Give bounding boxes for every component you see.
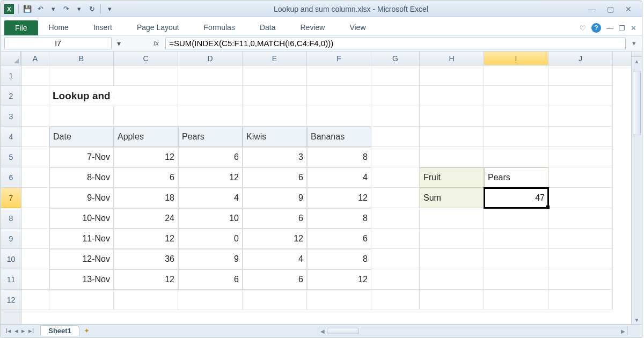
row-header[interactable]: 5 bbox=[1, 147, 21, 167]
wb-close-button[interactable]: ✕ bbox=[631, 24, 636, 32]
tab-formulas[interactable]: Formulas bbox=[204, 20, 235, 35]
fx-icon[interactable]: fx bbox=[153, 39, 159, 47]
row-header[interactable]: 2 bbox=[1, 86, 21, 106]
scroll-track[interactable] bbox=[632, 65, 642, 315]
formula-input[interactable]: =SUM(INDEX(C5:F11,0,MATCH(I6,C4:F4,0))) bbox=[165, 38, 626, 49]
col-header[interactable]: E bbox=[243, 52, 307, 65]
redo-drop-icon[interactable]: ▾ bbox=[73, 3, 85, 15]
table-cell[interactable]: 12 bbox=[307, 269, 371, 290]
table-cell[interactable]: 6 bbox=[243, 167, 307, 188]
row-header[interactable]: 3 bbox=[1, 106, 21, 127]
close-button[interactable]: ✕ bbox=[623, 4, 634, 14]
help-icon[interactable]: ? bbox=[591, 23, 601, 33]
table-cell[interactable]: 36 bbox=[114, 249, 178, 269]
row-header[interactable]: 9 bbox=[1, 229, 21, 249]
table-cell[interactable]: 6 bbox=[307, 229, 371, 249]
scroll-right-icon[interactable]: ▶ bbox=[619, 328, 627, 334]
prev-sheet-icon[interactable]: ◂ bbox=[13, 327, 19, 335]
table-cell[interactable]: 6 bbox=[114, 167, 178, 188]
table-cell[interactable]: 8 bbox=[307, 249, 371, 269]
table-cell[interactable]: 6 bbox=[178, 147, 243, 167]
active-cell[interactable]: 47 bbox=[484, 188, 548, 208]
col-header[interactable]: G bbox=[371, 52, 420, 65]
table-cell[interactable]: 13-Nov bbox=[49, 269, 114, 290]
table-cell[interactable]: 6 bbox=[243, 208, 307, 229]
table-cell[interactable]: 9-Nov bbox=[49, 188, 114, 208]
table-header[interactable]: Date bbox=[49, 127, 114, 147]
table-cell[interactable]: 4 bbox=[178, 188, 243, 208]
table-cell[interactable]: 8 bbox=[307, 147, 371, 167]
minimize-ribbon-icon[interactable]: ♡ bbox=[580, 24, 586, 32]
table-header[interactable]: Bananas bbox=[307, 127, 371, 147]
table-cell[interactable]: 6 bbox=[243, 269, 307, 290]
vertical-scrollbar[interactable]: ▲ ▼ bbox=[631, 52, 642, 324]
split-handle[interactable] bbox=[632, 52, 642, 57]
redo-button[interactable]: ↷ bbox=[60, 3, 72, 15]
expand-formula-icon[interactable]: ▾ bbox=[629, 39, 639, 47]
col-header[interactable]: H bbox=[420, 52, 484, 65]
wb-restore-button[interactable]: ❐ bbox=[619, 24, 625, 32]
table-cell[interactable]: 24 bbox=[114, 208, 178, 229]
table-cell[interactable]: 12 bbox=[307, 188, 371, 208]
table-cell[interactable]: 7-Nov bbox=[49, 147, 114, 167]
tab-page-layout[interactable]: Page Layout bbox=[137, 20, 179, 35]
col-header[interactable]: J bbox=[548, 52, 613, 65]
row-header[interactable]: 4 bbox=[1, 127, 21, 147]
new-sheet-icon[interactable]: ✦ bbox=[84, 327, 90, 335]
row-header[interactable]: 7 bbox=[1, 188, 21, 208]
wb-minimize-button[interactable]: ― bbox=[606, 24, 613, 32]
horizontal-scrollbar[interactable]: ◀ ▶ bbox=[318, 327, 628, 335]
table-cell[interactable]: 0 bbox=[178, 229, 243, 249]
table-header[interactable]: Kiwis bbox=[243, 127, 307, 147]
table-cell[interactable]: 4 bbox=[307, 167, 371, 188]
scroll-down-icon[interactable]: ▼ bbox=[632, 315, 642, 324]
sheet-nav[interactable]: I◂ ◂ ▸ ▸I bbox=[4, 327, 35, 335]
table-cell[interactable]: 4 bbox=[243, 249, 307, 269]
table-cell[interactable]: 12 bbox=[114, 147, 178, 167]
undo-button[interactable]: ↶ bbox=[34, 3, 46, 15]
fruit-value[interactable]: Pears bbox=[484, 167, 548, 188]
col-header[interactable]: I bbox=[484, 52, 548, 65]
row-header[interactable]: 6 bbox=[1, 167, 21, 188]
col-header[interactable]: D bbox=[178, 52, 243, 65]
name-box-drop-icon[interactable]: ▾ bbox=[117, 39, 121, 48]
row-header[interactable]: 8 bbox=[1, 208, 21, 229]
table-cell[interactable]: 10 bbox=[178, 208, 243, 229]
sum-label[interactable]: Sum bbox=[420, 188, 484, 208]
table-cell[interactable]: 3 bbox=[243, 147, 307, 167]
sync-button[interactable]: ↻ bbox=[86, 3, 98, 15]
tab-data[interactable]: Data bbox=[260, 20, 276, 35]
tab-view[interactable]: View bbox=[349, 20, 365, 35]
col-header[interactable]: A bbox=[21, 52, 49, 65]
row-header[interactable]: 12 bbox=[1, 290, 21, 310]
sheet-tab[interactable]: Sheet1 bbox=[40, 325, 79, 336]
row-header[interactable]: 11 bbox=[1, 269, 21, 290]
table-cell[interactable]: 9 bbox=[243, 188, 307, 208]
fruit-label[interactable]: Fruit bbox=[420, 167, 484, 188]
table-cell[interactable]: 6 bbox=[178, 269, 243, 290]
tab-home[interactable]: Home bbox=[49, 20, 69, 35]
table-cell[interactable]: 8 bbox=[307, 208, 371, 229]
scroll-up-icon[interactable]: ▲ bbox=[632, 57, 642, 65]
col-header[interactable]: B bbox=[49, 52, 114, 65]
undo-drop-icon[interactable]: ▾ bbox=[47, 3, 59, 15]
maximize-button[interactable]: ▢ bbox=[604, 4, 616, 14]
table-header[interactable]: Apples bbox=[114, 127, 178, 147]
table-cell[interactable]: 12 bbox=[114, 269, 178, 290]
table-cell[interactable]: 8-Nov bbox=[49, 167, 114, 188]
table-cell[interactable]: 12 bbox=[114, 229, 178, 249]
table-cell[interactable]: 11-Nov bbox=[49, 229, 114, 249]
row-header[interactable]: 1 bbox=[1, 65, 21, 86]
scroll-left-icon[interactable]: ◀ bbox=[318, 328, 327, 334]
file-tab[interactable]: File bbox=[4, 20, 38, 35]
select-all-corner[interactable] bbox=[1, 52, 21, 65]
first-sheet-icon[interactable]: I◂ bbox=[4, 327, 12, 335]
cells-area[interactable]: Lookup and sum column Date Apples Pears … bbox=[21, 65, 642, 310]
name-box[interactable]: I7 ▾ bbox=[4, 38, 112, 49]
last-sheet-icon[interactable]: ▸I bbox=[27, 327, 35, 335]
col-header[interactable]: C bbox=[114, 52, 178, 65]
table-cell[interactable]: 12 bbox=[178, 167, 243, 188]
table-header[interactable]: Pears bbox=[178, 127, 243, 147]
minimize-button[interactable]: ― bbox=[586, 4, 598, 14]
table-cell[interactable]: 18 bbox=[114, 188, 178, 208]
